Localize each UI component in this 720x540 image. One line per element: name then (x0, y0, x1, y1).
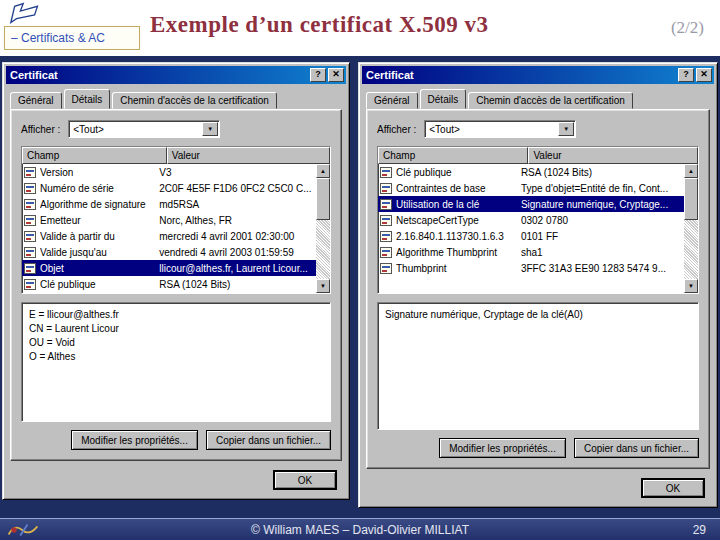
field-row[interactable]: 2.16.840.1.113730.1.6.3 0101 FF (378, 228, 684, 244)
footer-credit: © William MAES – David-Olivier MILLIAT (251, 523, 469, 537)
scrollbar-track[interactable] (316, 178, 330, 279)
tab[interactable]: Chemin d'accès de la certification (468, 92, 633, 109)
certificate-field-icon (24, 279, 36, 290)
field-row[interactable]: Valide jusqu'au vendredi 4 avril 2003 01… (22, 244, 316, 260)
tabstrip: GénéralDétailsChemin d'accès de la certi… (10, 89, 342, 109)
field-value: Norc, Althes, FR (159, 215, 316, 226)
dialog-title: Certificat (364, 69, 676, 81)
certificate-field-icon (380, 183, 392, 194)
field-row[interactable]: Contraintes de base Type d'objet=Entité … (378, 180, 684, 196)
certificate-dialog-left: Certificat ? ✕ GénéralDétailsChemin d'ac… (2, 62, 350, 500)
field-detail-box[interactable]: E = llicour@althes.frCN = Laurent Licour… (21, 302, 331, 422)
show-label: Afficher : (21, 124, 60, 135)
field-value: V3 (159, 167, 316, 178)
action-button-row: Modifier les propriétés... Copier dans u… (377, 438, 699, 458)
field-name: Algorithme de signature (40, 199, 159, 210)
listview-body: Version V3 Numéro de série 2C0F 4E5F F1D… (22, 164, 316, 293)
list-scrollbar[interactable]: ▲ ▼ (316, 164, 330, 293)
field-name: Utilisation de la clé (396, 199, 521, 210)
field-row[interactable]: Thumbprint 3FFC 31A3 EE90 1283 5474 9... (378, 260, 684, 276)
copy-to-file-button[interactable]: Copier dans un fichier... (206, 430, 331, 450)
field-row[interactable]: Version V3 (22, 164, 316, 180)
column-header-champ[interactable]: Champ (378, 147, 528, 164)
field-row[interactable]: Objet llicour@althes.fr, Laurent Licour.… (22, 260, 316, 276)
tab[interactable]: Général (10, 92, 62, 109)
tab[interactable]: Détails (420, 89, 467, 109)
certificate-field-icon (24, 247, 36, 258)
field-detail-box[interactable]: Signature numérique, Cryptage de la clé(… (377, 302, 699, 430)
field-value: RSA (1024 Bits) (159, 279, 316, 290)
list-scrollbar[interactable]: ▲ ▼ (684, 164, 698, 293)
edit-properties-button[interactable]: Modifier les propriétés... (439, 438, 566, 458)
field-value: Signature numérique, Cryptage... (521, 199, 684, 210)
ok-row: OK (641, 478, 705, 498)
scrollbar-track[interactable] (684, 178, 698, 279)
field-row[interactable]: Clé publique RSA (1024 Bits) (378, 164, 684, 180)
field-row[interactable]: Valide à partir du mercredi 4 avril 2001… (22, 228, 316, 244)
scroll-down-icon[interactable]: ▼ (684, 279, 698, 293)
ok-button[interactable]: OK (641, 478, 705, 498)
certificate-field-icon (380, 199, 392, 210)
show-combobox[interactable]: <Tout> ▼ (424, 120, 576, 138)
field-name: 2.16.840.1.113730.1.6.3 (396, 231, 521, 242)
column-header-valeur[interactable]: Valeur (528, 147, 698, 164)
field-value: llicour@althes.fr, Laurent Licour... (159, 263, 316, 274)
show-combobox[interactable]: <Tout> ▼ (68, 120, 220, 138)
listview-header: Champ Valeur (22, 147, 330, 164)
field-name: Emetteur (40, 215, 159, 226)
footer-logo (6, 521, 40, 539)
field-row[interactable]: Utilisation de la clé Signature numériqu… (378, 196, 684, 212)
show-combobox-value: <Tout> (69, 124, 202, 135)
show-row: Afficher : <Tout> ▼ (21, 120, 331, 138)
help-button[interactable]: ? (678, 68, 694, 82)
scrollbar-thumb[interactable] (684, 178, 698, 220)
page-indicator: (2/2) (671, 18, 704, 38)
certificate-field-icon (24, 183, 36, 194)
fields-listview: Champ Valeur Clé publique RSA (1024 Bits… (377, 146, 699, 294)
scrollbar-thumb[interactable] (316, 178, 330, 220)
field-row[interactable]: Algorithme Thumbprint sha1 (378, 244, 684, 260)
field-name: Clé publique (40, 279, 159, 290)
close-button[interactable]: ✕ (328, 68, 344, 82)
scroll-up-icon[interactable]: ▲ (684, 164, 698, 178)
close-button[interactable]: ✕ (696, 68, 712, 82)
dialog-titlebar[interactable]: Certificat ? ✕ (362, 66, 714, 84)
edit-properties-button[interactable]: Modifier les propriétés... (71, 430, 198, 450)
page-title: Exemple d’un certificat X.509 v3 (150, 12, 489, 38)
field-row[interactable]: Clé publique RSA (1024 Bits) (22, 276, 316, 292)
field-row[interactable]: Emetteur Norc, Althes, FR (22, 212, 316, 228)
show-label: Afficher : (377, 124, 416, 135)
certificate-field-icon (380, 247, 392, 258)
certificate-field-icon (24, 199, 36, 210)
field-value: 2C0F 4E5F F1D6 0FC2 C5C0 C... (159, 183, 316, 194)
field-value: Type d'objet=Entité de fin, Cont... (521, 183, 684, 194)
certificate-field-icon (24, 263, 36, 274)
column-header-valeur[interactable]: Valeur (167, 147, 330, 164)
page-number: 29 (693, 523, 706, 537)
slide-header: – Certificats & AC Exemple d’un certific… (0, 0, 720, 56)
field-name: Valide jusqu'au (40, 247, 159, 258)
scroll-up-icon[interactable]: ▲ (316, 164, 330, 178)
field-row[interactable]: NetscapeCertType 0302 0780 (378, 212, 684, 228)
column-header-champ[interactable]: Champ (22, 147, 167, 164)
combo-dropdown-icon[interactable]: ▼ (558, 122, 574, 136)
tab[interactable]: Chemin d'accès de la certification (112, 92, 277, 109)
field-name: Valide à partir du (40, 231, 159, 242)
combo-dropdown-icon[interactable]: ▼ (202, 122, 218, 136)
section-label-box: – Certificats & AC (4, 26, 140, 50)
tab-page-details: Afficher : <Tout> ▼ Champ Valeur Clé pub… (366, 109, 710, 469)
copy-to-file-button[interactable]: Copier dans un fichier... (574, 438, 699, 458)
help-button[interactable]: ? (310, 68, 326, 82)
field-row[interactable]: Numéro de série 2C0F 4E5F F1D6 0FC2 C5C0… (22, 180, 316, 196)
field-name: Objet (40, 263, 159, 274)
tab[interactable]: Détails (64, 89, 111, 109)
detail-line: CN = Laurent Licour (29, 322, 323, 336)
scroll-down-icon[interactable]: ▼ (316, 279, 330, 293)
tab[interactable]: Général (366, 92, 418, 109)
field-value: 0101 FF (521, 231, 684, 242)
field-name: Algorithme Thumbprint (396, 247, 521, 258)
field-value: 0302 0780 (521, 215, 684, 226)
field-row[interactable]: Algorithme de signature md5RSA (22, 196, 316, 212)
dialog-titlebar[interactable]: Certificat ? ✕ (6, 66, 346, 84)
ok-button[interactable]: OK (273, 470, 337, 490)
